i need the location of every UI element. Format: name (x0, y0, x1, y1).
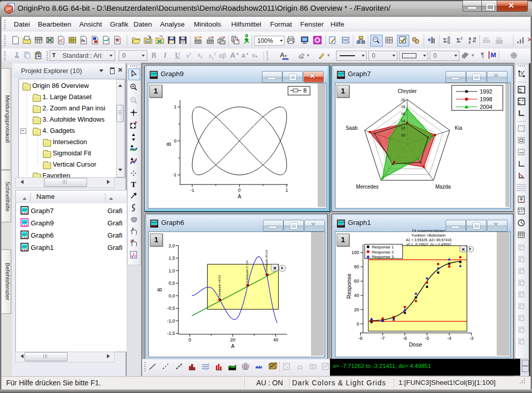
svg-text:-6: -6 (403, 336, 407, 341)
svg-text:80: 80 (354, 264, 359, 269)
svg-text:Response 2: Response 2 (372, 250, 394, 255)
svg-text:-5: -5 (425, 336, 429, 341)
svg-text:Dose: Dose (409, 341, 422, 348)
svg-text:Response 1: Response 1 (372, 245, 394, 249)
svg-text:Funktion =Boltzmann: Funktion =Boltzmann (412, 234, 446, 237)
svg-text:-3: -3 (470, 336, 474, 341)
svg-text:A1 = 3,55325, A2= 89,57416: A1 = 3,55325, A2= 89,57416 (406, 238, 451, 242)
svg-text:-7: -7 (381, 336, 385, 341)
svg-text:40: 40 (354, 293, 359, 298)
svg-text:Fit zusammenfassen: Fit zusammenfassen (412, 229, 446, 233)
svg-text:0: 0 (357, 321, 359, 327)
svg-text:Response 3: Response 3 (372, 255, 394, 259)
svg-text:✕: ✕ (461, 247, 465, 252)
svg-text:-4: -4 (447, 336, 451, 341)
svg-text:20: 20 (354, 307, 359, 312)
svg-text:100: 100 (351, 250, 359, 255)
svg-text:60: 60 (354, 279, 359, 284)
svg-text:Response: Response (346, 273, 352, 299)
svg-text:-8: -8 (359, 336, 363, 341)
